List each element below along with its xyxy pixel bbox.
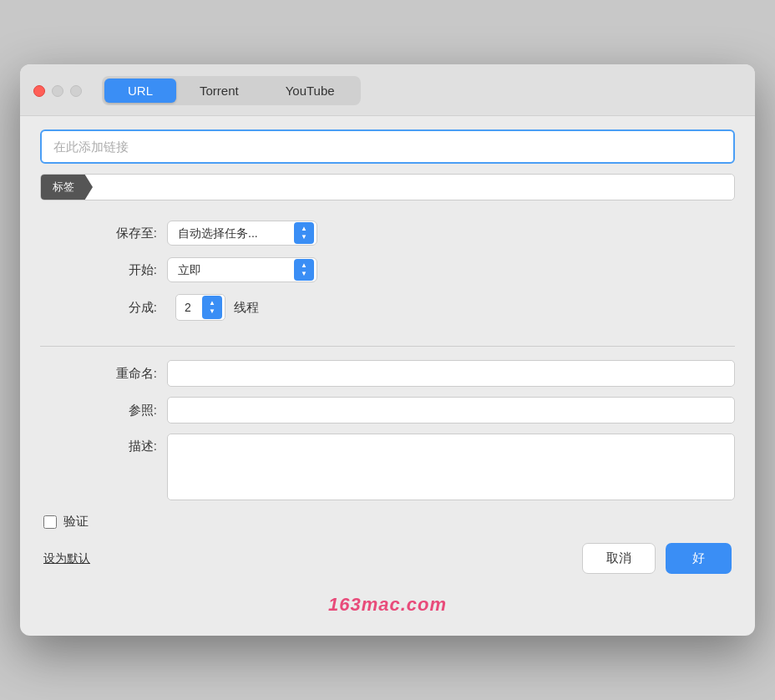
save-to-select[interactable]: 自动选择任务...	[167, 221, 317, 246]
threads-label: 分成:	[90, 300, 157, 316]
description-row: 描述:	[90, 434, 735, 500]
content-area: 标签 保存至: 自动选择任务... 开始: 立即	[20, 116, 755, 587]
start-row: 开始: 立即	[90, 257, 735, 282]
save-to-row: 保存至: 自动选择任务...	[90, 221, 735, 246]
form-section: 保存至: 自动选择任务... 开始: 立即	[40, 214, 735, 339]
rename-row: 重命名:	[90, 360, 735, 387]
verify-row: 验证	[40, 514, 735, 530]
maximize-button[interactable]	[70, 85, 82, 97]
rename-label: 重命名:	[90, 366, 157, 382]
watermark: 163mac.com	[20, 587, 755, 616]
referrer-input[interactable]	[167, 397, 735, 424]
bottom-buttons: 取消 好	[582, 543, 732, 574]
close-button[interactable]	[33, 85, 45, 97]
tab-url[interactable]: URL	[104, 79, 176, 103]
tab-torrent[interactable]: Torrent	[176, 79, 262, 103]
verify-checkbox[interactable]	[43, 515, 57, 529]
url-input[interactable]	[40, 129, 735, 164]
threads-suffix: 线程	[234, 300, 259, 316]
detail-section: 重命名: 参照: 描述:	[40, 360, 735, 500]
verify-label: 验证	[63, 514, 89, 530]
cancel-button[interactable]: 取消	[582, 543, 656, 574]
set-default-link[interactable]: 设为默认	[43, 551, 90, 566]
description-label: 描述:	[90, 434, 157, 454]
tag-input[interactable]	[93, 175, 734, 199]
referrer-label: 参照:	[90, 403, 157, 418]
rename-input[interactable]	[167, 360, 735, 387]
divider	[40, 346, 735, 347]
tab-group: URL Torrent YouTube	[102, 76, 361, 105]
tag-button[interactable]: 标签	[41, 175, 93, 200]
start-select[interactable]: 立即	[167, 257, 317, 282]
tab-youtube[interactable]: YouTube	[262, 79, 358, 103]
ok-button[interactable]: 好	[666, 543, 732, 574]
save-to-select-wrapper: 自动选择任务...	[167, 221, 317, 246]
title-bar: URL Torrent YouTube	[20, 64, 755, 116]
description-textarea[interactable]	[167, 434, 735, 500]
referrer-row: 参照:	[90, 397, 735, 424]
bottom-row: 设为默认 取消 好	[40, 543, 735, 574]
threads-stepper-wrapper: 2	[175, 294, 225, 321]
tag-row: 标签	[40, 174, 735, 200]
dialog-window: URL Torrent YouTube 标签 保存至: 自动选择任务...	[20, 64, 755, 636]
url-input-wrapper	[40, 129, 735, 164]
traffic-lights	[33, 85, 82, 97]
save-to-label: 保存至:	[90, 226, 157, 241]
start-label: 开始:	[90, 262, 157, 278]
minimize-button[interactable]	[52, 85, 63, 97]
start-select-wrapper: 立即	[167, 257, 317, 282]
threads-row: 分成: 2 线程	[90, 294, 735, 321]
threads-input[interactable]: 2	[175, 294, 225, 321]
